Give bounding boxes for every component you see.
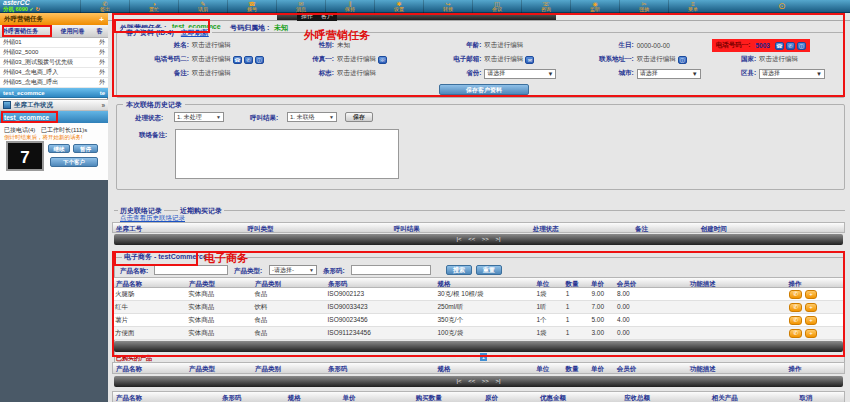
toolbar-item-consult[interactable]: ☏咨询 [521, 0, 570, 13]
col-customer: 客 [95, 27, 108, 36]
toolbar-item-settings[interactable]: ✱设置 [374, 0, 423, 13]
country-field[interactable]: 双击进行编辑 [759, 55, 798, 64]
refresh-now-link[interactable]: 立即刷新 [181, 29, 209, 36]
toolbar-item-conference[interactable]: ◫会议 [472, 0, 521, 13]
fax-field[interactable]: 双击进行编辑 [337, 55, 376, 64]
info-icon[interactable]: ⓘ [678, 56, 687, 64]
chevron-down-icon: ▼ [816, 71, 822, 77]
note-label: 联络备注: [139, 131, 167, 140]
pause-button[interactable]: 暂停 [73, 144, 98, 153]
sidebar: 外呼营销任务 + 外呼营销任务 使用问卷 客 外销01外 外销02_5000外 … [0, 13, 108, 402]
collapse-icon[interactable]: » [101, 102, 105, 109]
toolbar-item-barge[interactable]: ✂强插 [619, 0, 668, 13]
chevron-down-icon: ▼ [216, 114, 221, 120]
toolbar-item-dial[interactable]: ☎拨号 [227, 0, 276, 13]
product-table-header: 产品名称 产品类型 产品类别 条形码 规格 单位 数量 单价 会员价 功能描述 … [112, 277, 845, 288]
panel-title: 坐席工作状况 [14, 101, 53, 110]
order-product-button[interactable]: ✆ [789, 316, 802, 325]
phone1-field[interactable]: 5003 [756, 42, 770, 49]
chevron-down-icon: ▼ [547, 71, 553, 77]
add-task-icon[interactable]: + [99, 15, 104, 24]
add-product-button[interactable]: + [805, 290, 817, 299]
task-row[interactable]: 外销05_念电商_呼出外 [0, 78, 108, 88]
result-label: 呼叫结果: [250, 114, 278, 123]
add-product-button[interactable]: + [805, 329, 817, 338]
contact-note-textarea[interactable] [175, 129, 399, 179]
save-contact-button[interactable]: 保存 [345, 112, 373, 122]
remark-field[interactable]: 双击进行编辑 [192, 69, 231, 78]
age-field[interactable]: 双击进行编辑 [484, 41, 523, 50]
task-row-selected[interactable]: test_ecommcete [0, 88, 108, 98]
customer-form-row: 备注:双击进行编辑 标志:双击进行编辑 省份: 请选择▼ 城市: 请选择▼ 区县… [119, 67, 842, 80]
task-row[interactable]: 外销03_测试预拨号优先级外 [0, 58, 108, 68]
address-field[interactable]: 双击进行编辑 [637, 55, 676, 64]
sidebar-empty-area [0, 180, 108, 402]
province-select[interactable]: 请选择▼ [484, 69, 556, 79]
toolbar-item-signout[interactable]: ✆签出 [80, 0, 129, 13]
add-product-button[interactable]: + [805, 303, 817, 312]
task-row[interactable]: 外销01外 [0, 38, 108, 48]
tab-operation[interactable]: 操作 [297, 12, 317, 21]
product-row: 火腿肠 实体商品 食品 ISO9002123 30克/根 10根/袋 1袋 1 … [112, 288, 845, 301]
city-select[interactable]: 请选择▼ [637, 69, 701, 79]
product-name-label: 产品名称: [120, 267, 148, 276]
agent-status-panel-header[interactable]: 坐席工作状况 » [0, 99, 108, 111]
countdown-timer: 7 [6, 141, 44, 171]
order-product-button[interactable]: ✆ [789, 329, 802, 338]
add-product-button[interactable]: + [805, 316, 817, 325]
active-campaign-bar[interactable]: test_ecommce [0, 111, 108, 123]
divider-line [108, 20, 850, 21]
dial-icon[interactable]: ☎ [233, 56, 242, 64]
extension-label: 分机 6090 [3, 6, 28, 12]
result-select[interactable]: 1. 未联络▼ [287, 112, 337, 122]
barcode-label: 条形码: [323, 267, 345, 276]
col-survey: 使用问卷 [59, 27, 95, 36]
reset-button[interactable]: 重置 [476, 265, 502, 275]
status-label: 处理状态: [135, 114, 163, 123]
name-field[interactable]: 双击进行编辑 [192, 41, 231, 50]
customer-form-row: 电话号码二:双击进行编辑 ☎ ✆ ⓘ 传真一:双击进行编辑 ☏ 电子邮箱:双击进… [119, 53, 842, 66]
info-icon[interactable]: ⓘ [255, 56, 264, 64]
birthday-field[interactable]: 0000-00-00 [637, 42, 670, 49]
email-icon[interactable]: ✉ [525, 56, 534, 64]
continue-button[interactable]: 继续 [48, 144, 70, 153]
email-field[interactable]: 双击进行编辑 [484, 55, 523, 64]
district-select[interactable]: 请选择▼ [759, 69, 825, 79]
toolbar-item-wrapup[interactable]: ✎话后 [178, 0, 227, 13]
call-icon[interactable]: ✆ [786, 42, 795, 50]
product-pagination[interactable]: |< <<1>> >| [114, 341, 843, 352]
flag-field[interactable]: 双击进行编辑 [337, 69, 376, 78]
product-type-select[interactable]: -请选择-▼ [269, 265, 317, 275]
toolbar-item-monitor[interactable]: ◉监听 [570, 0, 619, 13]
countdown-hint: 倒计时结束后，将开始新的话务! [4, 134, 83, 141]
product-name-input[interactable] [154, 265, 228, 275]
gender-field[interactable]: 未知 [337, 41, 350, 50]
chevron-down-icon: ▼ [309, 267, 314, 273]
dial-icon[interactable]: ☎ [775, 42, 784, 50]
next-customer-button[interactable]: 下个客户 [50, 157, 98, 167]
calls-answered: 已接电话(4) [4, 127, 35, 133]
order-product-button[interactable]: ✆ [789, 290, 802, 299]
phone2-field[interactable]: 双击进行编辑 [192, 55, 231, 64]
purchased-pagination[interactable]: |< << >> >| [114, 376, 843, 387]
task-row[interactable]: 外销04_念电商_呼入外 [0, 68, 108, 78]
barcode-input[interactable] [351, 265, 431, 275]
toolbar-item-menu[interactable]: ≡菜单 [668, 0, 717, 13]
refresh-icon[interactable]: ↻ [35, 6, 40, 12]
current-page[interactable]: 1 [480, 353, 487, 361]
call-icon[interactable]: ✆ [244, 56, 253, 64]
customer-fieldset-legend: 客户资料 (ID:4) 立即刷新 [123, 28, 212, 38]
toolbar-item-transfer[interactable]: ↪转接 [423, 0, 472, 13]
order-product-button[interactable]: ✆ [789, 303, 802, 312]
tab-customer[interactable]: 客户 [317, 12, 337, 21]
save-customer-button[interactable]: 保存客户资料 [439, 84, 529, 95]
status-select[interactable]: 1. 未处理▼ [174, 112, 224, 122]
task-row[interactable]: 外销02_5000外 [0, 48, 108, 58]
fax-icon[interactable]: ☏ [378, 56, 387, 64]
search-button[interactable]: 搜索 [446, 265, 472, 275]
chevron-down-icon: ▼ [692, 71, 698, 77]
info-icon[interactable]: ⓘ [797, 42, 806, 50]
power-icon[interactable]: ⊙ [778, 1, 786, 12]
toolbar-item-busy[interactable]: ◑置忙 [129, 0, 178, 13]
history-pagination[interactable]: |< << >> >| [114, 234, 843, 245]
